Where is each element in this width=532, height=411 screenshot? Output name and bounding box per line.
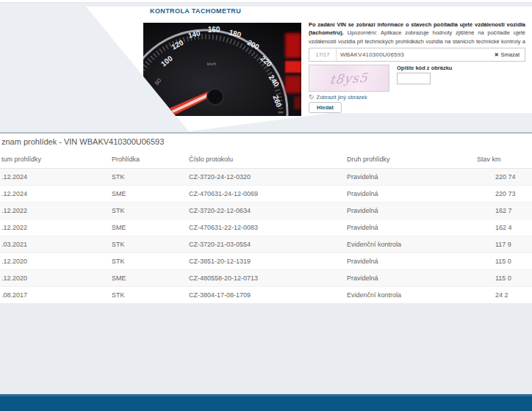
cell-date: .12.2022 xyxy=(0,219,110,236)
table-row: .12.2022STKCZ-3720-22-12-0634Pravidelná1… xyxy=(0,203,532,219)
table-row: .12.2024SMECZ-470631-24-12-0069Pravideln… xyxy=(0,186,532,203)
cell-km: 115 0 xyxy=(494,270,532,287)
dial-number: 160 xyxy=(208,26,220,34)
captcha-code: t8ys5 xyxy=(329,70,369,87)
table-row: .08.2017STKCZ-3804-17-08-1709Evidenční k… xyxy=(0,287,532,304)
column-header-type: Druh prohlídky xyxy=(345,150,494,169)
cell-protocol: CZ-470631-24-12-0069 xyxy=(187,186,345,203)
cell-station: STK xyxy=(110,253,187,270)
results-title: znam prohlídek - VIN WBAKV410300U06593 xyxy=(0,134,532,150)
cell-station: SME xyxy=(110,219,187,236)
cell-date: .12.2024 xyxy=(0,186,110,203)
cell-protocol: CZ-3804-17-08-1709 xyxy=(187,287,345,304)
cell-km: 220 73 xyxy=(494,186,532,203)
cell-station: STK xyxy=(110,203,187,219)
column-header-km: Stav km xyxy=(494,150,532,169)
cell-date: .12.2020 xyxy=(0,253,110,270)
column-header-protocol: Číslo protokolu xyxy=(187,150,345,169)
cell-type: Evidenční kontrola xyxy=(345,236,494,253)
table-row: .12.2020SMECZ-480558-20-12-0713Pravideln… xyxy=(0,270,532,287)
clear-label: Smazat xyxy=(501,51,520,58)
cell-date: .03.2021 xyxy=(0,236,110,253)
cell-protocol: CZ-3720-22-12-0634 xyxy=(187,203,345,219)
speedometer-image: 100 120 140 160 180 200 220 240 260 80 6… xyxy=(143,23,301,116)
cell-km: 220 74 xyxy=(494,169,532,186)
cell-station: SME xyxy=(110,186,187,203)
table-header-row: tum prohlídky Prohlídka Číslo protokolu … xyxy=(0,150,532,169)
clear-icon: ✖ xyxy=(495,52,499,58)
dial-unit-label: km/h xyxy=(207,62,216,66)
footer-bar xyxy=(0,394,532,411)
vin-input[interactable] xyxy=(337,51,495,58)
page-title: KONTROLA TACHOMETRU xyxy=(150,7,241,15)
cell-type: Evidenční kontrola xyxy=(345,287,494,304)
cell-km: 24 2 xyxy=(494,287,532,304)
cell-protocol: CZ-3851-20-12-1319 xyxy=(187,253,345,270)
cell-protocol: CZ-470631-22-12-0083 xyxy=(187,219,345,236)
cell-station: STK xyxy=(110,236,187,253)
table-row: .12.2024STKCZ-3720-24-12-0320Pravidelná2… xyxy=(0,169,532,186)
cell-km: 115 0 xyxy=(494,253,532,270)
refresh-icon: ↻ xyxy=(309,94,314,101)
cell-type: Pravidelná xyxy=(345,203,494,219)
cell-type: Pravidelná xyxy=(345,253,494,270)
column-header-date: tum prohlídky xyxy=(0,150,110,169)
cell-type: Pravidelná xyxy=(345,219,494,236)
cell-km: 162 7 xyxy=(494,203,532,219)
speedometer-graphic: 100 120 140 160 180 200 220 240 260 80 6… xyxy=(143,23,301,116)
cell-station: STK xyxy=(110,169,187,186)
cell-type: Pravidelná xyxy=(345,270,494,287)
refresh-captcha-link[interactable]: ↻ Zobrazit jiný obrázek xyxy=(309,94,367,101)
cell-type: Pravidelná xyxy=(345,169,494,186)
cell-station: SME xyxy=(110,270,187,287)
column-header-station: Prohlídka xyxy=(110,150,187,169)
cell-km: 162 4 xyxy=(494,219,532,236)
cell-type: Pravidelná xyxy=(345,186,494,203)
header-zone: KONTROLA TACHOMETRU 100 120 140 160 180 … xyxy=(0,2,532,133)
vin-char-counter: 17/17 xyxy=(309,48,337,61)
table-row: .12.2022SMECZ-470631-22-12-0083Pravideln… xyxy=(0,219,532,236)
refresh-label: Zobrazit jiný obrázek xyxy=(317,94,367,101)
vin-input-group: 17/17 ✖Smazat xyxy=(309,48,525,62)
clear-vin-button[interactable]: ✖Smazat xyxy=(495,51,525,58)
cell-protocol: CZ-3720-21-03-0554 xyxy=(187,236,345,253)
inspections-table: tum prohlídky Prohlídka Číslo protokolu … xyxy=(0,150,532,303)
search-button[interactable]: Hledat xyxy=(309,102,342,113)
cell-station: STK xyxy=(110,287,187,304)
lower-background xyxy=(0,303,532,394)
table-row: .03.2021STKCZ-3720-21-03-0554Evidenční k… xyxy=(0,236,532,253)
cell-date: .08.2017 xyxy=(0,287,110,304)
cell-protocol: CZ-3720-24-12-0320 xyxy=(187,169,345,186)
captcha-image: t8ys5 xyxy=(309,65,389,92)
captcha-label: Opište kód z obrázku xyxy=(397,65,452,71)
cell-date: .12.2022 xyxy=(0,203,110,219)
cell-km: 117 9 xyxy=(494,236,532,253)
captcha-input[interactable] xyxy=(397,73,431,84)
cell-protocol: CZ-480558-20-12-0713 xyxy=(187,270,345,287)
results-section: znam prohlídek - VIN WBAKV410300U06593 t… xyxy=(0,132,532,303)
dial-number-dim: 60 xyxy=(148,96,157,106)
cell-date: .12.2020 xyxy=(0,270,110,287)
table-row: .12.2020STKCZ-3851-20-12-1319Pravidelná1… xyxy=(0,253,532,270)
cell-date: .12.2024 xyxy=(0,169,110,186)
